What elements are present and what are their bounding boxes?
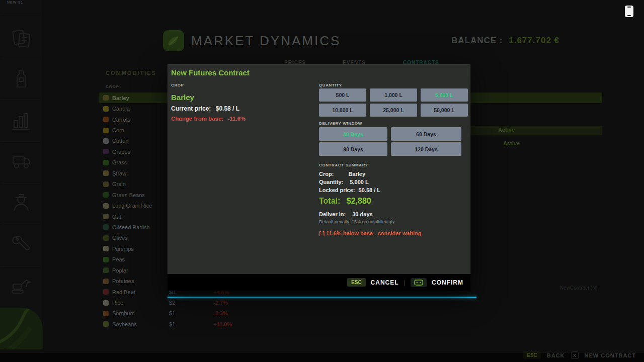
summary-crop-value: Barley xyxy=(348,171,365,177)
deliver-label: Deliver in: xyxy=(319,211,346,217)
current-price-line: Current price: $0.58 / L xyxy=(171,105,239,112)
summary-locked-line: Locked price: $0.58 / L xyxy=(319,187,380,193)
summary-quantity-value: 5,000 L xyxy=(350,179,368,185)
delivery-option-90days[interactable]: 90 Days xyxy=(319,142,387,156)
quantity-option-10000l[interactable]: 10,000 L xyxy=(319,104,366,117)
divider: | xyxy=(404,279,406,286)
quantity-option-25000l[interactable]: 25,000 L xyxy=(370,104,417,117)
default-penalty-note: Default penalty: 15% on unfulfilled qty xyxy=(319,219,395,224)
current-price-value: $0.58 / L xyxy=(216,105,239,112)
dialog-title: New Futures Contract xyxy=(171,68,250,77)
summary-locked-label: Locked price: xyxy=(319,187,355,193)
market-dynamics-screen: NEW 81 xyxy=(0,0,644,362)
quantity-option-5000l[interactable]: 5,000 L xyxy=(421,88,468,102)
delivery-option-30days[interactable]: 30 Days xyxy=(319,127,387,141)
total-label: Total: xyxy=(319,197,340,205)
change-from-base-line: Change from base: -11.6% xyxy=(171,116,246,122)
change-value: -11.6% xyxy=(227,116,246,122)
delivery-option-120days[interactable]: 120 Days xyxy=(391,142,461,156)
current-price-label: Current price: xyxy=(171,105,211,112)
crop-section-label: CROP xyxy=(171,83,184,87)
deliver-value: 30 days xyxy=(352,211,372,217)
cancel-button[interactable]: CANCEL xyxy=(371,279,399,286)
summary-quantity-label: Quantity: xyxy=(319,179,343,185)
summary-deliver-line: Deliver in: 30 days xyxy=(319,211,373,217)
dialog-footer: ESC CANCEL | CONFIRM xyxy=(168,274,470,291)
selection-underline xyxy=(168,297,476,298)
esc-key-badge: ESC xyxy=(347,278,366,287)
quantity-option-1000l[interactable]: 1,000 L xyxy=(370,88,417,102)
contract-summary-label: CONTRACT SUMMARY xyxy=(319,163,368,167)
quantity-option-50000l[interactable]: 50,000 L xyxy=(421,104,468,117)
below-base-warning: [-] 11.6% below base - consider waiting xyxy=(319,230,422,236)
summary-quantity-line: Quantity: 5,000 L xyxy=(319,179,369,185)
quantity-option-500l[interactable]: 500 L xyxy=(319,88,366,102)
summary-total-line: Total: $2,880 xyxy=(319,197,371,206)
summary-crop-line: Crop: Barley xyxy=(319,171,365,177)
delivery-option-60days[interactable]: 60 Days xyxy=(391,127,461,141)
change-label: Change from base: xyxy=(171,116,223,122)
summary-locked-value: $0.58 / L xyxy=(359,187,380,193)
phone-icon[interactable] xyxy=(625,6,633,17)
total-value: $2,880 xyxy=(347,197,371,205)
delivery-section-label: DELIVERY WINDOW xyxy=(319,121,362,126)
new-futures-contract-dialog: New Futures Contract CROP Barley Current… xyxy=(168,64,470,291)
confirm-button[interactable]: CONFIRM xyxy=(432,279,463,286)
quantity-section-label: QUANTITY xyxy=(319,83,342,87)
summary-crop-label: Crop: xyxy=(319,171,334,177)
gamepad-icon xyxy=(411,278,427,287)
selected-crop-name: Barley xyxy=(171,93,194,102)
